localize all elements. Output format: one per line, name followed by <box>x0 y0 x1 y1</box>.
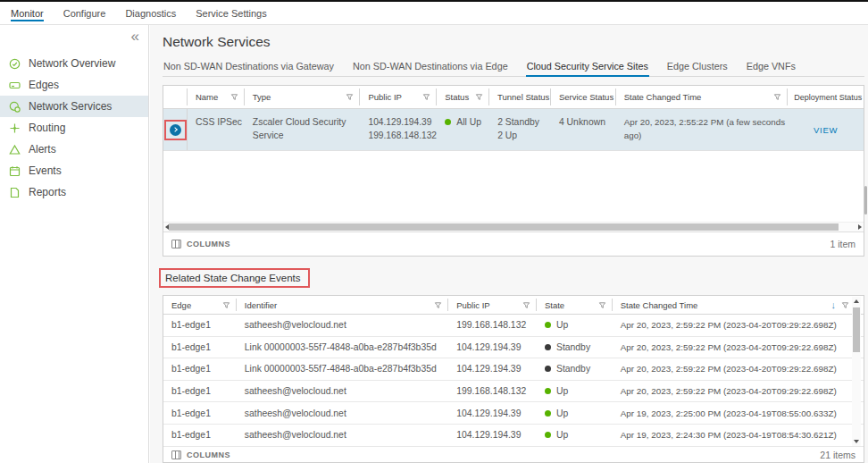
filter-icon[interactable] <box>598 301 606 309</box>
status-dot-green <box>445 119 451 125</box>
col-edge[interactable]: Edge <box>163 296 237 314</box>
col-identifier[interactable]: Identifier <box>237 296 448 314</box>
cell-time: Apr 20, 2023, 2:59:22 PM (2023-04-20T09:… <box>613 341 864 354</box>
nav-tab-service-settings[interactable]: Service Settings <box>196 2 266 24</box>
cell-time: Apr 20, 2023, 2:59:22 PM (2023-04-20T09:… <box>613 384 864 398</box>
cell-edge: b1-edge1 <box>163 362 237 375</box>
tab-edge-clusters[interactable]: Edge Clusters <box>666 55 729 77</box>
filter-icon[interactable] <box>475 93 483 101</box>
col-state-changed-time[interactable]: State Changed Time <box>616 86 788 108</box>
filter-icon[interactable] <box>841 301 849 309</box>
nav-tab-configure[interactable]: Configure <box>63 2 106 24</box>
col-state[interactable]: State <box>537 296 613 314</box>
nav-tab-diagnostics[interactable]: Diagnostics <box>125 2 176 24</box>
sidebar-item-events[interactable]: Events <box>0 160 148 181</box>
nav-tab-monitor[interactable]: Monitor <box>11 2 44 24</box>
event-row[interactable]: b1-edge1 satheesh@velocloud.net 199.168.… <box>163 315 864 337</box>
state-dot <box>545 388 551 394</box>
network-overview-icon <box>9 58 21 70</box>
state-dot <box>545 366 551 372</box>
scroll-up-arrow[interactable] <box>854 299 859 303</box>
sidebar-item-routing[interactable]: Routing <box>0 117 148 139</box>
table-empty-area <box>163 151 864 222</box>
event-row[interactable]: b1-edge1 satheesh@velocloud.net 104.129.… <box>163 425 864 447</box>
col-public-ip[interactable]: Public IP <box>448 296 537 314</box>
cell-tunnel-status: 2 Standby2 Up <box>489 109 551 150</box>
sidebar-item-network-overview[interactable]: Network Overview <box>0 53 148 74</box>
cell-identifier: satheesh@velocloud.net <box>237 407 448 420</box>
col-tunnel-status[interactable]: Tunnel Status <box>489 86 551 108</box>
view-link[interactable]: VIEW <box>814 123 838 137</box>
cell-time: Apr 20, 2023, 2:59:22 PM (2023-04-20T09:… <box>613 318 864 332</box>
sidebar-item-alerts[interactable]: Alerts <box>0 139 148 160</box>
expander-cell <box>163 109 188 150</box>
related-events-title: Related State Change Events <box>159 268 310 288</box>
columns-icon <box>171 240 181 248</box>
network-services-icon <box>9 101 21 113</box>
tab-nsd-via-edge[interactable]: Non SD-WAN Destinations via Edge <box>352 55 509 77</box>
events-icon <box>9 165 21 177</box>
col-status[interactable]: Status <box>437 86 489 108</box>
cell-edge: b1-edge1 <box>163 428 237 442</box>
alerts-icon <box>9 144 21 156</box>
columns-button[interactable]: COLUMNS <box>187 450 230 459</box>
secondary-tabs: Non SD-WAN Destinations via Gateway Non … <box>163 55 864 77</box>
event-row[interactable]: b1-edge1 Link 00000003-55f7-4848-a0ba-e2… <box>163 337 864 359</box>
col-state-changed-time[interactable]: State Changed Time↓ <box>613 296 864 314</box>
vertical-scrollbar[interactable] <box>852 297 861 446</box>
routing-icon <box>9 122 21 134</box>
sidebar-item-reports[interactable]: Reports <box>0 181 148 203</box>
filter-icon[interactable] <box>422 93 430 101</box>
scroll-right-arrow[interactable] <box>858 224 862 230</box>
events-table-header: Edge Identifier Public IP State State Ch… <box>163 296 864 315</box>
col-deployment-status[interactable]: Deployment Status↓ <box>788 86 864 108</box>
state-dot <box>545 432 551 438</box>
filter-icon[interactable] <box>522 301 530 309</box>
primary-nav: Monitor Configure Diagnostics Service Se… <box>0 2 868 25</box>
cell-deployment-status: VIEW <box>788 109 864 150</box>
horizontal-scrollbar[interactable] <box>163 222 864 232</box>
cell-time: Apr 20, 2023, 2:59:22 PM (2023-04-20T09:… <box>613 362 864 375</box>
tab-edge-vnfs[interactable]: Edge VNFs <box>746 55 797 77</box>
tab-cloud-security-service-sites[interactable]: Cloud Security Service Sites <box>526 55 649 77</box>
expand-row-button[interactable] <box>170 124 181 136</box>
events-table-footer: COLUMNS 21 items <box>163 447 864 463</box>
cell-identifier: satheesh@velocloud.net <box>237 384 448 398</box>
filter-icon[interactable] <box>346 93 354 101</box>
css-sites-table-header: Name Type Public IP Status Tunnel Status… <box>163 86 864 109</box>
cell-public-ip: 104.129.194.39 <box>448 407 537 420</box>
tab-nsd-via-gateway[interactable]: Non SD-WAN Destinations via Gateway <box>163 55 335 77</box>
scroll-thumb[interactable] <box>169 223 839 231</box>
event-row[interactable]: b1-edge1 Link 00000003-55f7-4848-a0ba-e2… <box>163 358 864 381</box>
cell-edge: b1-edge1 <box>163 341 237 354</box>
filter-icon[interactable] <box>434 301 442 309</box>
filter-icon[interactable] <box>222 301 230 309</box>
events-table-body: b1-edge1 satheesh@velocloud.net 199.168.… <box>163 315 864 447</box>
col-type[interactable]: Type <box>245 86 361 108</box>
cell-state: Up <box>537 428 613 442</box>
cell-edge: b1-edge1 <box>163 407 237 420</box>
sidebar-item-network-services[interactable]: Network Services <box>0 96 148 117</box>
reports-icon <box>9 187 21 198</box>
css-site-row[interactable]: CSS IPSec Zscaler Cloud Security Service… <box>163 109 864 151</box>
col-name[interactable]: Name <box>188 86 245 108</box>
sidebar-item-edges[interactable]: Edges <box>0 74 148 96</box>
col-service-status[interactable]: Service Status <box>551 86 616 108</box>
cell-public-ip: 104.129.194.39199.168.148.132 <box>361 109 438 150</box>
event-row[interactable]: b1-edge1 satheesh@velocloud.net 199.168.… <box>163 381 864 403</box>
scroll-down-arrow[interactable] <box>854 440 859 443</box>
scroll-thumb[interactable] <box>853 307 860 352</box>
filter-icon[interactable] <box>773 93 781 101</box>
sidebar-collapse-icon[interactable]: « <box>131 28 139 46</box>
sort-desc-icon[interactable]: ↓ <box>830 299 836 310</box>
col-public-ip[interactable]: Public IP <box>360 86 437 108</box>
state-dot <box>545 410 551 417</box>
page-scrollbar-thumb[interactable] <box>864 186 867 215</box>
filter-icon[interactable] <box>230 93 238 101</box>
event-row[interactable]: b1-edge1 satheesh@velocloud.net 104.129.… <box>163 402 864 425</box>
cell-identifier: satheesh@velocloud.net <box>237 318 448 332</box>
columns-button[interactable]: COLUMNS <box>187 240 230 248</box>
cell-service-status: 4 Unknown <box>551 109 616 150</box>
sidebar: « Network Overview Edges Network Service… <box>0 25 149 463</box>
events-table: Edge Identifier Public IP State State Ch… <box>163 295 864 463</box>
